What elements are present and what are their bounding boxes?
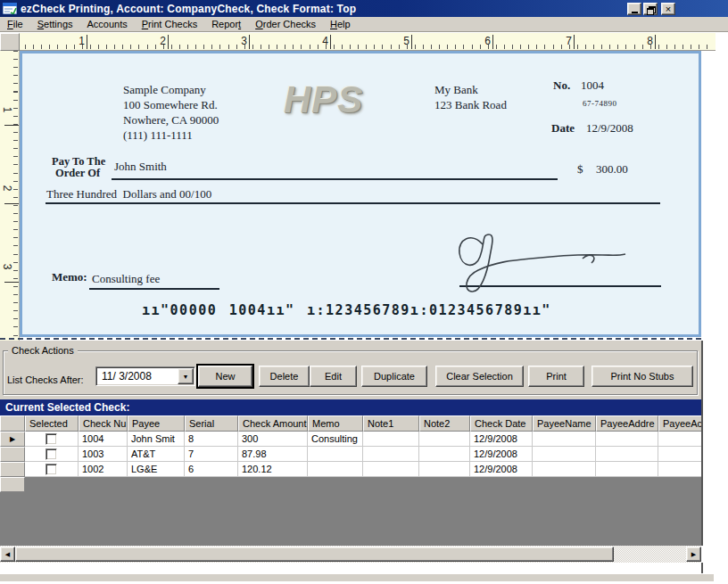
grid-cell[interactable] bbox=[419, 447, 470, 462]
minimize-button[interactable] bbox=[627, 3, 641, 15]
new-row-selector[interactable] bbox=[0, 477, 701, 492]
menu-settings[interactable]: Settings bbox=[30, 18, 80, 30]
row-checkbox[interactable] bbox=[46, 448, 57, 460]
close-button[interactable]: × bbox=[661, 3, 675, 15]
grid-column-header-serial-num[interactable]: Serial Num bbox=[185, 415, 238, 432]
edit-button[interactable]: Edit bbox=[310, 366, 357, 387]
list-checks-after-label: List Checks After: bbox=[7, 374, 84, 385]
print-no-stubs-button[interactable]: Print No Stubs bbox=[592, 366, 693, 387]
ruler-number: 6 bbox=[469, 35, 491, 47]
grid-column-header-note2[interactable]: Note2 bbox=[419, 415, 470, 432]
ruler-number: 4 bbox=[307, 35, 328, 47]
row-checkbox[interactable] bbox=[46, 464, 57, 475]
grid-column-header-payeeaddre[interactable]: PayeeAddre bbox=[596, 415, 658, 432]
grid-cell[interactable] bbox=[363, 447, 419, 462]
grid-cell[interactable]: 120.12 bbox=[238, 462, 308, 477]
grid-column-header-check-amount[interactable]: Check Amount bbox=[238, 415, 308, 432]
grid-column-header-payee[interactable]: Payee bbox=[128, 415, 185, 432]
ruler-number: 2 bbox=[145, 35, 166, 47]
memo-line bbox=[89, 288, 219, 290]
row-selector-cell[interactable] bbox=[0, 462, 25, 477]
new-button[interactable]: New bbox=[198, 366, 252, 387]
ruler-major-tick bbox=[492, 35, 493, 49]
delete-button[interactable]: Delete bbox=[259, 366, 310, 387]
ruler-major-tick bbox=[411, 35, 412, 49]
menu-report[interactable]: Report bbox=[204, 18, 248, 30]
check-actions-panel: Check Actions List Checks After: 11/ 3/2… bbox=[0, 341, 703, 399]
grid-column-header-payeename[interactable]: PayeeName bbox=[533, 415, 596, 432]
grid-cell[interactable]: AT&T bbox=[128, 447, 185, 462]
row-checkbox[interactable] bbox=[46, 433, 57, 445]
grid-cell[interactable]: 300 bbox=[238, 432, 308, 447]
row-selector-cell[interactable]: ▶ bbox=[0, 432, 25, 447]
selected-cell bbox=[25, 432, 79, 447]
payto-label-line2: Order Of bbox=[55, 168, 100, 178]
menu-order-checks[interactable]: Order Checks bbox=[248, 18, 323, 30]
ruler-major-tick bbox=[574, 35, 575, 49]
dollar-sign: $ bbox=[577, 162, 583, 177]
grid-cell[interactable] bbox=[658, 447, 703, 462]
grid-column-header-selected[interactable]: Selected bbox=[25, 415, 79, 432]
row-selector-cell[interactable] bbox=[0, 477, 25, 492]
grid-cell[interactable] bbox=[419, 462, 470, 477]
grid-cell[interactable]: 87.98 bbox=[238, 447, 308, 462]
grid-cell[interactable] bbox=[533, 432, 596, 447]
grid-cell[interactable]: 12/9/2008 bbox=[470, 432, 533, 447]
grid-cell[interactable] bbox=[596, 447, 658, 462]
grid-cell[interactable]: John Smit bbox=[128, 432, 185, 447]
grid-cell[interactable]: Consulting bbox=[308, 432, 363, 447]
menu-print-checks[interactable]: Print Checks bbox=[135, 18, 204, 30]
ruler-top: 12345678 bbox=[20, 33, 716, 51]
grid-column-header-check-nu[interactable]: Check Nu bbox=[79, 415, 128, 432]
clear-selection-button[interactable]: Clear Selection bbox=[435, 366, 524, 387]
menu-file[interactable]: File bbox=[0, 18, 30, 30]
scroll-right-arrow[interactable]: ▶ bbox=[686, 547, 701, 562]
ruler-major-tick bbox=[4, 203, 19, 204]
list-after-date-combo[interactable]: 11/ 3/2008 ▼ bbox=[95, 366, 195, 386]
grid-column-header-payeeac[interactable]: PayeeAc bbox=[658, 415, 703, 432]
grid-cell[interactable] bbox=[363, 462, 419, 477]
grid-cell[interactable]: 8 bbox=[185, 432, 238, 447]
grid-cell[interactable]: 12/9/2008 bbox=[470, 462, 533, 477]
grid-cell[interactable] bbox=[419, 432, 470, 447]
grid-cell[interactable] bbox=[658, 462, 703, 477]
grid-cell[interactable] bbox=[308, 462, 363, 477]
date-label: Date bbox=[551, 121, 575, 136]
amount-words-line bbox=[46, 202, 660, 204]
restore-button[interactable] bbox=[643, 3, 658, 15]
grid-cell[interactable] bbox=[596, 462, 658, 477]
grid-cell[interactable]: 1003 bbox=[79, 447, 128, 462]
grid-cell[interactable]: LG&E bbox=[128, 462, 185, 477]
table-row[interactable]: 1002LG&E6120.1212/9/2008 bbox=[0, 462, 701, 477]
duplicate-button[interactable]: Duplicate bbox=[361, 366, 427, 387]
check-preview[interactable]: Sample Company 100 Somewhere Rd. Nowhere… bbox=[20, 51, 701, 337]
grid-cell[interactable] bbox=[658, 432, 703, 447]
grid-cell[interactable] bbox=[533, 462, 596, 477]
selected-check-label: Current Selected Check: bbox=[5, 401, 129, 414]
combo-dropdown-button[interactable]: ▼ bbox=[178, 368, 194, 384]
list-after-date-value: 11/ 3/2008 bbox=[96, 370, 178, 382]
grid-cell[interactable]: 1004 bbox=[79, 432, 128, 447]
selected-cell bbox=[25, 447, 79, 462]
title-bar: ezCheck Printing, Account: CompanyCheck,… bbox=[0, 0, 728, 17]
grid-cell[interactable] bbox=[363, 432, 419, 447]
grid-column-header-memo[interactable]: Memo bbox=[308, 415, 363, 432]
scrollbar-thumb[interactable] bbox=[15, 547, 614, 562]
menu-accounts[interactable]: Accounts bbox=[80, 18, 135, 30]
scroll-left-arrow[interactable]: ◀ bbox=[0, 547, 15, 562]
print-button[interactable]: Print bbox=[528, 366, 584, 387]
row-selector-cell[interactable] bbox=[0, 447, 25, 462]
grid-cell[interactable]: 1002 bbox=[79, 462, 128, 477]
grid-cell[interactable]: 7 bbox=[185, 447, 238, 462]
menu-help[interactable]: Help bbox=[323, 18, 358, 30]
grid-cell[interactable]: 12/9/2008 bbox=[470, 447, 533, 462]
grid-column-header-note1[interactable]: Note1 bbox=[363, 415, 419, 432]
grid-cell[interactable]: 6 bbox=[185, 462, 238, 477]
table-row[interactable]: 1003AT&T787.9812/9/2008 bbox=[0, 447, 701, 462]
table-row[interactable]: ▶1004John Smit8300Consulting12/9/2008 bbox=[0, 432, 701, 447]
horizontal-scrollbar[interactable]: ◀ ▶ bbox=[0, 546, 701, 563]
grid-cell[interactable] bbox=[308, 447, 363, 462]
grid-cell[interactable] bbox=[596, 432, 658, 447]
grid-cell[interactable] bbox=[533, 447, 596, 462]
grid-column-header-check-date[interactable]: Check Date bbox=[470, 415, 533, 432]
